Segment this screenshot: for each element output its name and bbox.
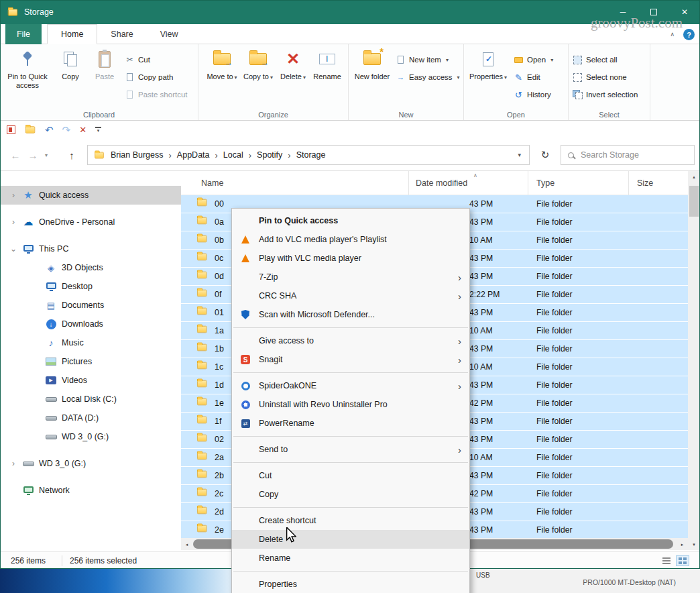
breadcrumb-item-local[interactable]: Local bbox=[223, 150, 243, 160]
properties-shortcut-icon[interactable] bbox=[7, 125, 15, 134]
sidebar-item-pictures[interactable]: Pictures bbox=[0, 352, 181, 371]
sidebar-item-this-pc[interactable]: ⌄This PC bbox=[0, 239, 181, 258]
collapsed-chevron-icon[interactable]: › bbox=[9, 459, 17, 468]
copy-path-button[interactable]: Copy path bbox=[125, 70, 173, 85]
open-button[interactable]: Open▾ bbox=[514, 52, 553, 67]
history-chevron-icon[interactable]: ▾ bbox=[42, 147, 51, 163]
context-menu-item-crc-sha[interactable]: CRC SHA› bbox=[232, 286, 469, 305]
sidebar-item-documents[interactable]: ▤Documents bbox=[0, 296, 181, 315]
context-menu-item-play-with-vlc-media-player[interactable]: Play with VLC media player bbox=[232, 249, 469, 268]
copy-button[interactable]: Copy bbox=[55, 48, 86, 81]
context-menu-item-uninstall-with-revo-uninstaller-pro[interactable]: Uninstall with Revo Uninstaller Pro bbox=[232, 395, 469, 414]
sidebar-item-desktop[interactable]: Desktop bbox=[0, 277, 181, 296]
search-input[interactable] bbox=[579, 150, 680, 160]
folder-icon bbox=[197, 307, 207, 317]
column-header-name[interactable]: Name bbox=[181, 171, 409, 195]
cut-button[interactable]: ✂ Cut bbox=[125, 52, 150, 67]
breadcrumb-item-storage[interactable]: Storage bbox=[296, 150, 326, 160]
back-button[interactable]: ← bbox=[8, 147, 23, 163]
vertical-scrollbar[interactable]: ▴ ▾ bbox=[688, 171, 700, 550]
context-menu-item-cut[interactable]: Cut bbox=[232, 466, 469, 485]
search-box[interactable] bbox=[561, 145, 695, 165]
thumbnail-view-button[interactable] bbox=[676, 555, 689, 566]
vertical-scroll-thumb[interactable] bbox=[689, 186, 699, 217]
pin-to-quick-access-button[interactable]: Pin to Quick access bbox=[4, 48, 51, 90]
tab-file[interactable]: File bbox=[5, 24, 42, 44]
scroll-down-icon[interactable]: ▾ bbox=[688, 539, 700, 550]
sidebar-item-wd-3-0-g[interactable]: ›WD 3_0 (G:) bbox=[0, 454, 181, 473]
properties-button[interactable]: Properties▾ bbox=[468, 48, 508, 82]
minimize-button[interactable]: ─ bbox=[607, 0, 638, 24]
context-menu-item-scan-with-microsoft-defender[interactable]: Scan with Microsoft Defender... bbox=[232, 305, 469, 324]
details-view-button[interactable] bbox=[660, 555, 673, 566]
context-menu-item-add-to-vlc-media-player-s-playlist[interactable]: Add to VLC media player's Playlist bbox=[232, 230, 469, 249]
rename-button[interactable]: Rename bbox=[310, 48, 345, 81]
tab-home[interactable]: Home bbox=[47, 24, 97, 44]
copy-to-button[interactable]: → Copy to▾ bbox=[241, 48, 275, 82]
customize-toolbar-icon[interactable]: ▾ bbox=[95, 127, 101, 133]
edit-button[interactable]: ✎ Edit bbox=[514, 70, 540, 85]
context-menu-item-powerrename[interactable]: ⇄PowerRename bbox=[232, 414, 469, 433]
sidebar-item-quick-access[interactable]: ›★Quick access bbox=[0, 186, 181, 205]
context-menu-item-rename[interactable]: Rename bbox=[232, 549, 469, 568]
address-dropdown-icon[interactable]: ▾ bbox=[514, 152, 525, 158]
sidebar-item-network[interactable]: Network bbox=[0, 481, 181, 500]
column-header-date-modified[interactable]: Date modified bbox=[409, 171, 528, 195]
context-menu-item-delete[interactable]: Delete bbox=[232, 530, 469, 549]
history-button[interactable]: ↺ History bbox=[514, 87, 551, 102]
tab-share[interactable]: Share bbox=[97, 24, 146, 44]
breadcrumb-item-brian-burgess[interactable]: Brian Burgess bbox=[111, 150, 164, 160]
context-menu-item-send-to[interactable]: Send to› bbox=[232, 440, 469, 459]
redo-icon[interactable]: ↷ bbox=[62, 124, 71, 136]
paste-shortcut-button[interactable]: Paste shortcut bbox=[125, 87, 188, 102]
forward-button[interactable]: → bbox=[25, 147, 40, 163]
sidebar-item-music[interactable]: ♪Music bbox=[0, 333, 181, 352]
help-button[interactable]: ? bbox=[683, 29, 695, 40]
context-menu-item-give-access-to[interactable]: Give access to› bbox=[232, 331, 469, 350]
sidebar-item-onedrive-personal[interactable]: ›☁OneDrive - Personal bbox=[0, 213, 181, 231]
sidebar-item-data-d[interactable]: DATA (D:) bbox=[0, 409, 181, 427]
context-menu-item-pin-to-quick-access[interactable]: Pin to Quick access bbox=[232, 211, 469, 230]
collapse-ribbon-icon[interactable]: ∧ bbox=[670, 31, 675, 38]
sidebar-item-wd-3-0-g[interactable]: WD 3_0 (G:) bbox=[0, 427, 181, 446]
close-button[interactable]: ✕ bbox=[669, 0, 700, 24]
collapsed-chevron-icon[interactable]: › bbox=[9, 217, 17, 227]
refresh-button[interactable]: ↻ bbox=[536, 147, 555, 163]
scroll-left-icon[interactable]: ◂ bbox=[181, 538, 192, 550]
new-folder-button[interactable]: * New folder bbox=[354, 48, 390, 81]
invert-selection-button[interactable]: Invert selection bbox=[573, 87, 638, 102]
context-menu-item-spideroakone[interactable]: SpiderOakONE› bbox=[232, 376, 469, 395]
scroll-up-icon[interactable]: ▴ bbox=[688, 171, 700, 182]
scroll-right-icon[interactable]: ▸ bbox=[677, 538, 688, 550]
up-button[interactable]: ↑ bbox=[64, 147, 79, 163]
column-header-type[interactable]: Type bbox=[528, 171, 629, 195]
sidebar-item-downloads[interactable]: ↓Downloads bbox=[0, 315, 181, 333]
maximize-button[interactable] bbox=[638, 0, 669, 24]
delete-shortcut-icon[interactable]: ✕ bbox=[79, 125, 86, 135]
sidebar-item-videos[interactable]: ▶Videos bbox=[0, 371, 181, 390]
context-menu-item-snagit[interactable]: SSnagit› bbox=[232, 350, 469, 369]
column-header-size[interactable]: Size bbox=[629, 171, 688, 195]
breadcrumb-item-appdata[interactable]: AppData bbox=[177, 150, 210, 160]
address-box[interactable]: Brian Burgess›AppData›Local›Spotify›Stor… bbox=[87, 145, 530, 165]
group-label-select: Select bbox=[569, 111, 650, 119]
context-menu-item-properties[interactable]: Properties bbox=[232, 575, 469, 593]
select-none-button[interactable]: Select none bbox=[573, 70, 627, 85]
context-menu-item-7-zip[interactable]: 7-Zip› bbox=[232, 268, 469, 286]
undo-icon[interactable]: ↶ bbox=[45, 124, 54, 136]
easy-access-button[interactable]: → Easy access▾ bbox=[396, 70, 460, 85]
paste-button[interactable]: Paste bbox=[89, 48, 121, 81]
new-item-button[interactable]: New item▾ bbox=[396, 52, 449, 67]
collapsed-chevron-icon[interactable]: › bbox=[9, 191, 17, 200]
delete-button[interactable]: ✕ Delete▾ bbox=[278, 48, 308, 82]
tab-view[interactable]: View bbox=[147, 24, 192, 44]
sidebar-item-3d-objects[interactable]: ◈3D Objects bbox=[0, 258, 181, 277]
sidebar-item-local-disk-c[interactable]: Local Disk (C:) bbox=[0, 390, 181, 409]
select-all-button[interactable]: Select all bbox=[573, 52, 618, 67]
context-menu-item-copy[interactable]: Copy bbox=[232, 485, 469, 504]
move-to-button[interactable]: → Move to▾ bbox=[205, 48, 239, 82]
breadcrumb-item-spotify[interactable]: Spotify bbox=[257, 150, 282, 160]
expanded-chevron-icon[interactable]: ⌄ bbox=[9, 244, 17, 254]
folder-shortcut-icon[interactable] bbox=[25, 126, 35, 133]
context-menu-item-create-shortcut[interactable]: Create shortcut bbox=[232, 511, 469, 530]
